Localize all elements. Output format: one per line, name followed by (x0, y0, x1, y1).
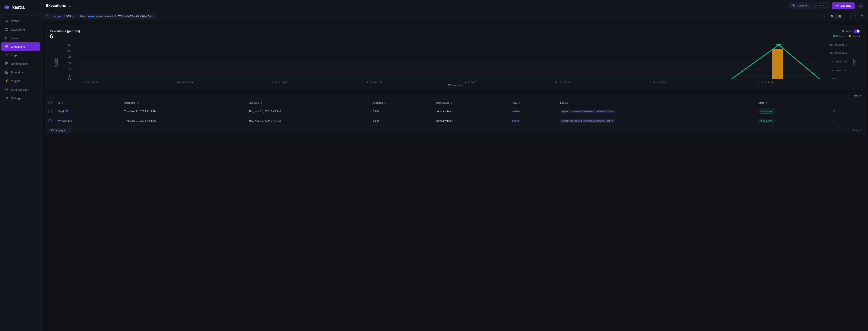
jump-to-button[interactable]: 🔍 Jump to... Ctrl/Cmd + K (789, 2, 829, 9)
administration-icon (5, 87, 9, 91)
chip-labels-key: labels (80, 15, 87, 18)
bolt-icon: ⚡ (835, 4, 839, 7)
svg-text:0.002s: 0.002s (830, 52, 848, 54)
svg-text:11/11: 11/11 (554, 81, 571, 84)
col-namespace-label: Namespace (436, 102, 450, 104)
sidebar-item-dashboard[interactable]: Dashboard (1, 25, 40, 34)
row-1-namespace: company.team (433, 107, 508, 116)
sidebar-item-plugins[interactable]: ⚡ Plugins (1, 77, 40, 85)
chevron-down-icon: ⌄ (824, 15, 826, 18)
logs-icon (5, 53, 9, 57)
row-2-checkbox[interactable] (49, 119, 52, 122)
chevron-right-icon-admin: › (36, 88, 37, 91)
svg-text:0.001s: 0.001s (830, 61, 848, 63)
table-row[interactable]: 5WsUeHMZ Thu, Nov 21, 2024 2:43 AM Thu, … (45, 116, 864, 126)
sidebar-label-settings: Settings (11, 96, 21, 100)
logo-text: kestra (12, 5, 25, 10)
sidebar-item-logs[interactable]: Logs (1, 51, 40, 59)
sidebar-nav: ★ Starred › Dashboard Flows (0, 15, 41, 331)
table-row[interactable]: 5usykhEh Thu, Nov 21, 2024 2:43 AM Thu, … (45, 107, 864, 116)
per-page-selector[interactable]: 25 per page ⌄ (49, 128, 71, 133)
sort-end-date-icon[interactable]: ⇅ (260, 102, 262, 104)
sidebar-label-plugins: Plugins (11, 79, 21, 83)
svg-marker-1 (6, 5, 9, 9)
duration-toggle-switch[interactable] (854, 29, 860, 33)
filter-chip-scope: scope : USER × (52, 13, 76, 19)
favorite-star-icon[interactable]: ☆ (69, 4, 71, 7)
filter-expand-button[interactable]: ⌄ (822, 13, 828, 19)
row-2-details-button[interactable]: ⊞ (832, 118, 836, 123)
sidebar-item-namespaces[interactable]: Namespaces (1, 60, 40, 68)
dot-1 (88, 16, 89, 17)
filter-actions: ⌄ 🔍 📅 ⚌ ↻ ⊞ (822, 13, 865, 19)
state-badge-1: Success (758, 109, 775, 114)
row-2-state: Success (755, 116, 829, 126)
sort-flow-icon[interactable]: ⇅ (519, 102, 520, 104)
filter-history-button[interactable]: ↺ (44, 13, 51, 19)
duration-label: Duration (842, 30, 852, 33)
remove-labels-filter-button[interactable]: × (153, 15, 154, 18)
row-2-action-buttons: ⊞ (832, 118, 861, 123)
col-state: State ⇅ (755, 99, 829, 107)
chip-scope-sep: : (63, 15, 63, 18)
col-flow: Flow ⇅ (508, 99, 557, 107)
sort-state-icon[interactable]: ⇅ (766, 102, 768, 104)
sidebar-item-executions[interactable]: Executions (1, 43, 40, 51)
execute-button[interactable]: ⚡ Execute (832, 2, 855, 9)
calendar-filter-button[interactable]: 📅 (836, 13, 843, 19)
refresh-button[interactable]: ↻ (851, 13, 858, 19)
executions-table-card: Total: 2 Id ⇅ Start date ⇅ (45, 93, 865, 135)
help-button[interactable]: ? (858, 3, 864, 9)
col-duration: Duration ⇅ (370, 99, 433, 107)
svg-rect-2 (5, 28, 7, 29)
svg-rect-3 (7, 28, 8, 29)
sort-namespace-icon[interactable]: ⇅ (451, 102, 453, 104)
svg-text:3: 3 (68, 62, 71, 65)
svg-point-7 (6, 46, 7, 47)
row-1-labels: system.correlationId: 5WsUeHMZj3wIAGmQ4h… (557, 107, 755, 116)
sidebar-item-blueprints[interactable]: Blueprints (1, 68, 40, 77)
row-2-actions: ⊞ (829, 116, 864, 126)
col-duration-label: Duration (373, 102, 383, 104)
sidebar-label-starred: Starred (11, 19, 21, 23)
history-icon: ↺ (46, 15, 49, 18)
columns-button[interactable]: ⊞ (859, 13, 865, 19)
row-1-details-button[interactable]: ⊞ (832, 109, 836, 114)
success-dot (833, 35, 835, 37)
execution-id-link-2[interactable]: 5WsUeHMZ (58, 119, 72, 122)
col-flow-label: Flow (512, 102, 517, 104)
legend-paused: Paused (849, 35, 860, 37)
sort-start-date-icon[interactable]: ⇅ (137, 102, 139, 104)
flow-link-2[interactable]: parent (512, 119, 519, 122)
table-total-bottom: Total: 2 (852, 129, 861, 132)
svg-text:0.002s: 0.002s (830, 44, 848, 46)
sort-id-icon[interactable]: ⇅ (61, 102, 63, 104)
legend-success: Success (833, 35, 845, 37)
execution-id-link-1[interactable]: 5usykhEh (58, 110, 69, 113)
table-header-row: Id ⇅ Start date ⇅ End date ⇅ Duration (45, 99, 864, 107)
sort-duration-icon[interactable]: ⇅ (384, 102, 386, 104)
per-page-chevron-icon: ⌄ (66, 129, 68, 132)
sidebar-item-starred[interactable]: ★ Starred › (1, 17, 40, 25)
kestra-logo-icon (3, 4, 10, 10)
row-2-start-date: Thu, Nov 21, 2024 2:43 AM (121, 116, 246, 126)
sidebar-item-flows[interactable]: Flows (1, 34, 40, 42)
row-1-state: Success (755, 107, 829, 116)
row-1-checkbox[interactable] (49, 110, 52, 113)
search-filter-button[interactable]: 🔍 (829, 13, 836, 19)
sidebar-item-administration[interactable]: Administration › (1, 85, 40, 93)
flow-link-1[interactable]: myflow (512, 110, 520, 113)
executions-chart-card: Executions (per day) 6 Duration Success (45, 25, 865, 89)
chart-header: Executions (per day) 6 Duration Success (50, 29, 860, 42)
chart-legend: Success Paused (833, 35, 860, 37)
svg-rect-4 (5, 30, 7, 31)
sidebar-label-namespaces: Namespaces (11, 62, 28, 65)
col-start-date: Start date ⇅ (121, 99, 246, 107)
row-1-id: 5usykhEh (55, 107, 121, 116)
remove-scope-filter-button[interactable]: × (73, 15, 74, 18)
top-header: Executions ☆ 🔍 Jump to... Ctrl/Cmd + K ⚡… (42, 0, 868, 11)
filter-options-button[interactable]: ⚌ (844, 13, 850, 19)
sidebar-item-settings[interactable]: ⚙ Settings (1, 94, 40, 102)
select-all-checkbox[interactable] (49, 101, 52, 104)
dashboard-icon (5, 27, 9, 31)
